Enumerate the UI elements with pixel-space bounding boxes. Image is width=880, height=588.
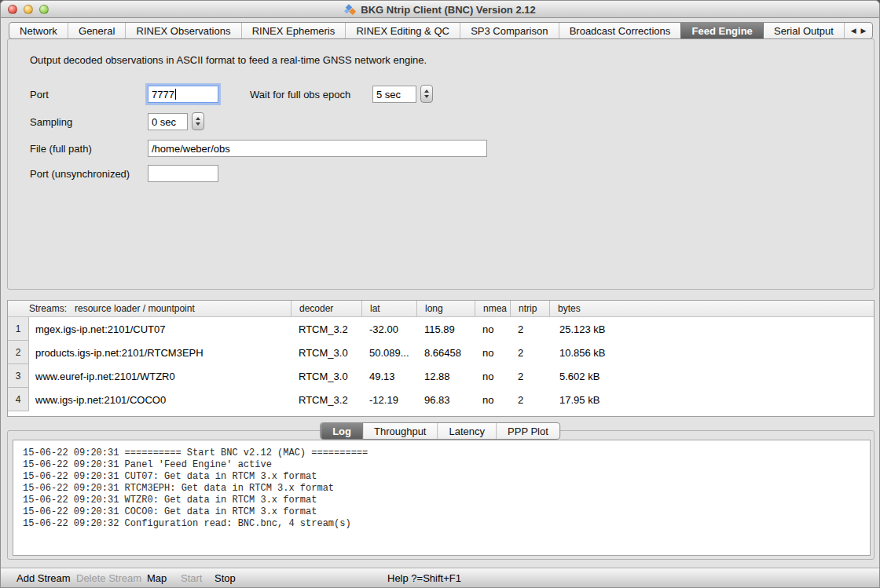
stepper-down-icon[interactable] bbox=[424, 95, 429, 98]
cell-decoder: RTCM_3.2 bbox=[291, 317, 361, 341]
header-ntrip[interactable]: ntrip bbox=[510, 301, 549, 316]
log-pane: 15-06-22 09:20:31 ========== Start BNC v… bbox=[7, 430, 874, 560]
file-input[interactable]: /home/weber/obs bbox=[148, 140, 487, 157]
tab-scroll-left-icon[interactable]: ◀ bbox=[851, 27, 856, 35]
window-title: BKG Ntrip Client (BNC) Version 2.12 bbox=[361, 4, 535, 16]
cell-bytes: 17.95 kB bbox=[549, 388, 874, 411]
wait-epoch-value: 5 sec bbox=[376, 89, 401, 100]
pane-description: Output decoded observations in ASCII for… bbox=[30, 54, 427, 66]
cell-long: 96.83 bbox=[416, 388, 475, 411]
streams-table: Streams: resource loader / mountpoint de… bbox=[7, 300, 874, 417]
table-row[interactable]: 4 www.igs-ip.net:2101/COCO0 RTCM_3.2 -12… bbox=[8, 388, 874, 411]
tab-rinex-editing-qc[interactable]: RINEX Editing & QC bbox=[345, 23, 460, 38]
tab-scroll-buttons: ◀ ▶ bbox=[844, 23, 872, 38]
wait-epoch-label: Wait for full obs epoch bbox=[250, 89, 350, 100]
header-nmea[interactable]: nmea bbox=[475, 301, 510, 316]
table-row[interactable]: 2 products.igs-ip.net:2101/RTCM3EPH RTCM… bbox=[8, 341, 874, 364]
log-line: 15-06-22 09:20:31 RTCM3EPH: Get data in … bbox=[23, 483, 870, 495]
stepper-down-icon[interactable] bbox=[196, 122, 200, 126]
log-line: 15-06-22 09:20:31 Panel 'Feed Engine' ac… bbox=[23, 459, 870, 471]
log-output[interactable]: 15-06-22 09:20:31 ========== Start BNC v… bbox=[13, 440, 871, 556]
cell-nmea: no bbox=[475, 388, 510, 411]
table-row[interactable]: 1 mgex.igs-ip.net:2101/CUT07 RTCM_3.2 -3… bbox=[8, 317, 874, 341]
port-input[interactable]: 7777 bbox=[148, 86, 218, 103]
tab-log[interactable]: Log bbox=[321, 423, 362, 439]
cell-ntrip: 2 bbox=[510, 364, 549, 388]
table-row[interactable]: 3 www.euref-ip.net:2101/WTZR0 RTCM_3.0 4… bbox=[8, 364, 874, 388]
tab-rinex-observations[interactable]: RINEX Observations bbox=[125, 23, 240, 38]
file-label: File (full path) bbox=[30, 143, 92, 155]
sampling-input[interactable]: 0 sec bbox=[148, 113, 188, 130]
stop-button[interactable]: Stop bbox=[214, 572, 236, 584]
cell-ntrip: 2 bbox=[510, 388, 549, 411]
tab-scroll-right-icon[interactable]: ▶ bbox=[861, 27, 867, 35]
feed-engine-pane: Output decoded observations in ASCII for… bbox=[7, 38, 874, 290]
cell-lat: -32.00 bbox=[361, 317, 416, 341]
sampling-value: 0 sec bbox=[152, 116, 176, 128]
header-long[interactable]: long bbox=[416, 301, 475, 316]
row-number: 3 bbox=[8, 364, 29, 388]
bottom-toolbar: Add Stream Delete Stream Map Start Stop … bbox=[1, 568, 879, 588]
streams-table-header: Streams: resource loader / mountpoint de… bbox=[8, 301, 874, 317]
cell-long: 12.88 bbox=[416, 364, 475, 388]
cell-nmea: no bbox=[475, 317, 510, 341]
header-decoder[interactable]: decoder bbox=[291, 301, 361, 316]
text-caret bbox=[175, 89, 176, 100]
titlebar: BKG Ntrip Client (BNC) Version 2.12 bbox=[1, 1, 879, 18]
tab-broadcast-corrections[interactable]: Broadcast Corrections bbox=[559, 23, 681, 38]
cell-nmea: no bbox=[475, 341, 510, 364]
tab-latency[interactable]: Latency bbox=[437, 423, 496, 439]
log-tab-bar: Log Throughput Latency PPP Plot bbox=[320, 422, 560, 440]
tab-serial-output[interactable]: Serial Output bbox=[763, 23, 844, 38]
stepper-up-icon[interactable] bbox=[196, 117, 200, 120]
window-title-wrap: BKG Ntrip Client (BNC) Version 2.12 bbox=[1, 1, 879, 18]
tab-sp3-comparison[interactable]: SP3 Comparison bbox=[460, 23, 559, 38]
cell-long: 115.89 bbox=[416, 317, 475, 341]
header-lat[interactable]: lat bbox=[361, 301, 416, 316]
row-number: 1 bbox=[8, 317, 29, 341]
tab-network[interactable]: Network bbox=[9, 23, 68, 38]
cell-decoder: RTCM_3.0 bbox=[291, 341, 361, 364]
tab-ppp-plot[interactable]: PPP Plot bbox=[496, 423, 559, 439]
cell-ntrip: 2 bbox=[510, 317, 549, 341]
cell-mountpoint: products.igs-ip.net:2101/RTCM3EPH bbox=[29, 341, 291, 364]
cell-bytes: 25.123 kB bbox=[549, 317, 874, 341]
cell-lat: 49.13 bbox=[361, 364, 416, 388]
cell-ntrip: 2 bbox=[510, 341, 549, 364]
cell-decoder: RTCM_3.2 bbox=[291, 388, 361, 411]
cell-long: 8.66458 bbox=[416, 341, 475, 364]
cell-mountpoint: www.igs-ip.net:2101/COCO0 bbox=[29, 388, 291, 411]
map-button[interactable]: Map bbox=[147, 572, 167, 584]
cell-decoder: RTCM_3.0 bbox=[291, 364, 361, 388]
add-stream-button[interactable]: Add Stream bbox=[16, 572, 71, 584]
stepper-up-icon[interactable] bbox=[424, 89, 429, 93]
tab-rinex-ephemeris[interactable]: RINEX Ephemeris bbox=[241, 23, 346, 38]
cell-lat: 50.089... bbox=[361, 341, 416, 364]
port-value: 7777 bbox=[152, 89, 174, 100]
cell-lat: -12.19 bbox=[361, 388, 416, 411]
wait-epoch-input[interactable]: 5 sec bbox=[372, 86, 416, 103]
log-line: 15-06-22 09:20:32 Configuration read: BN… bbox=[23, 518, 870, 530]
sampling-stepper[interactable] bbox=[192, 112, 204, 130]
port-unsync-label: Port (unsynchronized) bbox=[30, 168, 130, 180]
log-line: 15-06-22 09:20:31 CUT07: Get data in RTC… bbox=[23, 471, 870, 483]
file-value: /home/weber/obs bbox=[152, 143, 230, 155]
wait-epoch-stepper[interactable] bbox=[420, 85, 433, 103]
header-mountpoint[interactable]: Streams: resource loader / mountpoint bbox=[8, 301, 291, 316]
cell-bytes: 5.602 kB bbox=[549, 364, 874, 388]
tab-throughput[interactable]: Throughput bbox=[362, 423, 438, 439]
tab-general[interactable]: General bbox=[68, 23, 125, 38]
log-line: 15-06-22 09:20:31 ========== Start BNC v… bbox=[23, 447, 870, 459]
port-label: Port bbox=[30, 89, 49, 100]
tab-feed-engine[interactable]: Feed Engine bbox=[680, 23, 763, 38]
cell-mountpoint: www.euref-ip.net:2101/WTZR0 bbox=[29, 364, 291, 388]
cell-mountpoint: mgex.igs-ip.net:2101/CUT07 bbox=[29, 317, 291, 341]
log-line: 15-06-22 09:20:31 COCO0: Get data in RTC… bbox=[23, 506, 870, 518]
app-window: BKG Ntrip Client (BNC) Version 2.12 Netw… bbox=[0, 0, 880, 588]
port-unsync-input[interactable] bbox=[148, 165, 218, 182]
cell-nmea: no bbox=[475, 364, 510, 388]
header-bytes[interactable]: bytes bbox=[549, 301, 874, 316]
row-number: 2 bbox=[8, 341, 29, 364]
row-number: 4 bbox=[8, 388, 29, 411]
help-shortcut-label: Help ?=Shift+F1 bbox=[387, 572, 461, 584]
